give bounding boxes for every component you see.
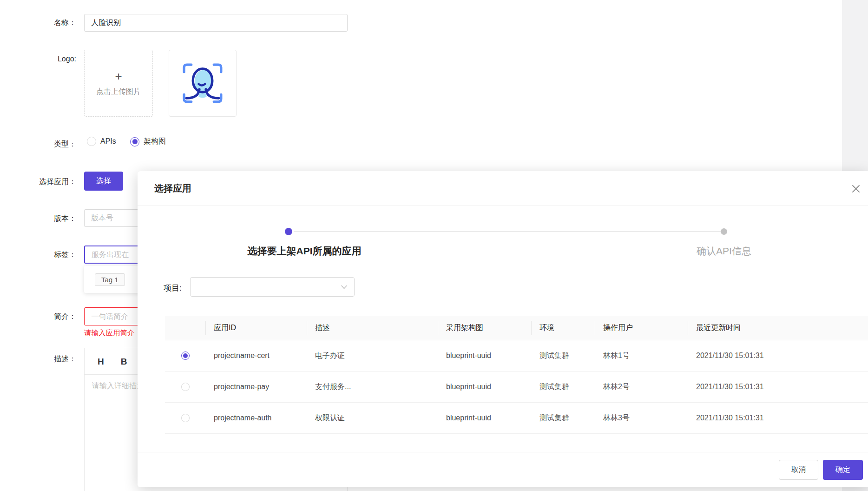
app-description: 权限认证 xyxy=(307,413,438,423)
description-label: 描述： xyxy=(0,354,76,364)
table-header-row: 应用ID描述采用架构图环境操作用户最近更新时间 xyxy=(165,316,868,340)
column-header: 环境 xyxy=(531,316,595,340)
app-updated-time: 2021/11/30 15:01:31 xyxy=(688,414,868,422)
app-screen: 名称： Logo: + 点击上传图片 类型： xyxy=(0,0,868,491)
table-row[interactable]: projectname-pay 支付服务... blueprint-uuid 测… xyxy=(165,372,868,403)
app-description: 支付服务... xyxy=(307,382,438,392)
modal-footer: 取消 确定 xyxy=(138,452,868,487)
app-operator: 林林2号 xyxy=(595,382,688,392)
intro-error-message: 请输入应用简介 xyxy=(84,328,135,338)
select-app-label: 选择应用： xyxy=(0,177,76,186)
intro-label: 简介： xyxy=(0,312,76,321)
logo-preview[interactable] xyxy=(169,50,237,117)
app-environment: 测试集群 xyxy=(531,382,595,392)
bold-tool-icon[interactable]: B xyxy=(121,357,127,366)
tag-label: 标签： xyxy=(0,250,76,259)
close-icon[interactable] xyxy=(848,181,863,196)
select-app-button[interactable]: 选择 xyxy=(84,172,123,191)
radio-circle[interactable] xyxy=(87,137,96,146)
app-id-link[interactable]: projectname-cert xyxy=(205,352,307,360)
name-input[interactable] xyxy=(84,14,348,32)
version-label: 版本： xyxy=(0,214,76,223)
type-label: 类型： xyxy=(0,139,76,149)
app-operator: 林林3号 xyxy=(595,413,688,423)
blueprint-link[interactable]: blueprint-uuid xyxy=(438,383,531,391)
column-header: 操作用户 xyxy=(595,316,688,340)
name-label: 名称： xyxy=(0,18,76,27)
face-scan-icon xyxy=(178,57,227,109)
modal-title: 选择应用 xyxy=(154,171,191,206)
step2-dot xyxy=(721,228,727,235)
app-description: 电子办证 xyxy=(307,351,438,361)
radio-blueprint-label: 架构图 xyxy=(144,137,166,146)
row-radio[interactable] xyxy=(181,414,190,422)
app-environment: 测试集群 xyxy=(531,413,595,423)
app-updated-time: 2021/11/30 15:01:31 xyxy=(688,383,868,391)
column-header: 应用ID xyxy=(205,316,307,340)
tag-option[interactable]: Tag 1 xyxy=(95,273,125,286)
project-label: 项目: xyxy=(164,283,182,293)
select-app-modal: 选择应用 选择要上架API所属的应用 确认API信息 项目: 应用ID描述采用架… xyxy=(138,171,868,487)
step2-label: 确认API信息 xyxy=(697,245,751,258)
radio-circle[interactable] xyxy=(130,137,139,146)
column-header: 最近更新时间 xyxy=(688,316,868,340)
row-radio[interactable] xyxy=(181,383,190,391)
upload-hint: 点击上传图片 xyxy=(96,87,141,97)
upload-logo-button[interactable]: + 点击上传图片 xyxy=(84,50,153,117)
app-id-link[interactable]: projectname-auth xyxy=(205,414,307,422)
app-updated-time: 2021/11/30 15:01:31 xyxy=(688,352,868,360)
app-table: 应用ID描述采用架构图环境操作用户最近更新时间 projectname-cert… xyxy=(165,316,868,434)
logo-label: Logo: xyxy=(0,54,76,64)
heading-tool-icon[interactable]: H xyxy=(98,357,104,366)
app-environment: 测试集群 xyxy=(531,351,595,361)
step1-dot xyxy=(285,228,292,235)
project-select[interactable] xyxy=(190,277,355,297)
blueprint-link[interactable]: blueprint-uuid xyxy=(438,352,531,360)
chevron-down-icon xyxy=(341,284,348,291)
table-row[interactable]: projectname-cert 电子办证 blueprint-uuid 测试集… xyxy=(165,340,868,372)
modal-header: 选择应用 xyxy=(138,171,868,206)
radio-blueprint[interactable]: 架构图 xyxy=(130,137,166,146)
radio-column-header xyxy=(165,316,205,340)
step1-label: 选择要上架API所属的应用 xyxy=(247,245,361,258)
column-header: 描述 xyxy=(307,316,438,340)
row-radio[interactable] xyxy=(181,352,190,360)
radio-apis[interactable]: APIs xyxy=(87,137,116,146)
plus-icon: + xyxy=(115,70,122,82)
app-operator: 林林1号 xyxy=(595,351,688,361)
table-body: projectname-cert 电子办证 blueprint-uuid 测试集… xyxy=(165,340,868,434)
steps-connector xyxy=(294,231,721,232)
ok-button[interactable]: 确定 xyxy=(823,460,863,480)
column-header: 采用架构图 xyxy=(438,316,531,340)
app-id-link[interactable]: projectname-pay xyxy=(205,383,307,391)
radio-apis-label: APIs xyxy=(100,137,116,146)
blueprint-link[interactable]: blueprint-uuid xyxy=(438,414,531,422)
table-row[interactable]: projectname-auth 权限认证 blueprint-uuid 测试集… xyxy=(165,403,868,434)
cancel-button[interactable]: 取消 xyxy=(779,460,818,480)
